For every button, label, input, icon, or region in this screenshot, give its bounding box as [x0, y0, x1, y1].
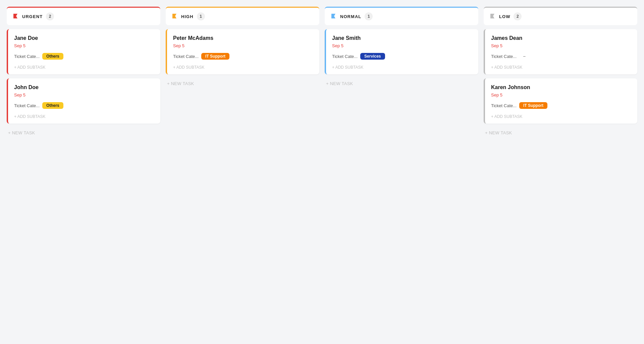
task-category-label: Ticket Cate...: [332, 54, 358, 59]
flag-icon-normal: [331, 13, 337, 20]
svg-marker-2: [331, 14, 335, 18]
column-urgent: URGENT2Jane DoeSep 5Ticket Cate...Others…: [7, 7, 160, 138]
task-card-normal-0[interactable]: Jane SmithSep 5Ticket Cate...Services+ A…: [325, 29, 478, 74]
column-high: HIGH1Peter McAdamsSep 5Ticket Cate...IT …: [166, 7, 319, 138]
task-badge[interactable]: IT Support: [201, 53, 229, 60]
task-category-row: Ticket Cate...Services: [332, 53, 472, 60]
task-badge[interactable]: IT Support: [519, 102, 547, 109]
task-name: Jane Smith: [332, 35, 472, 41]
column-count-high: 1: [197, 12, 205, 20]
task-category-label: Ticket Cate...: [173, 54, 199, 59]
task-category-row: Ticket Cate...Others: [14, 53, 154, 60]
new-task-button-low[interactable]: + NEW TASK: [484, 128, 637, 138]
flag-icon-high: [172, 13, 178, 20]
task-name: James Dean: [491, 35, 631, 41]
column-header-high: HIGH1: [166, 7, 319, 25]
add-subtask-button[interactable]: + ADD SUBTASK: [173, 64, 313, 70]
task-card-urgent-0[interactable]: Jane DoeSep 5Ticket Cate...Others+ ADD S…: [7, 29, 160, 74]
task-date: Sep 5: [491, 92, 631, 97]
task-date: Sep 5: [14, 92, 154, 97]
column-normal: NORMAL1Jane SmithSep 5Ticket Cate...Serv…: [325, 7, 478, 138]
column-header-low: LOW2: [484, 7, 637, 25]
svg-marker-0: [13, 14, 17, 18]
new-task-button-urgent[interactable]: + NEW TASK: [7, 128, 160, 138]
task-category-row: Ticket Cate...IT Support: [491, 102, 631, 109]
column-title-high: HIGH: [181, 14, 194, 19]
svg-marker-3: [490, 14, 494, 18]
task-name: Karen Johnson: [491, 84, 631, 90]
task-card-low-1[interactable]: Karen JohnsonSep 5Ticket Cate...IT Suppo…: [484, 78, 637, 124]
task-category-row: Ticket Cate...–: [491, 53, 631, 60]
kanban-board: URGENT2Jane DoeSep 5Ticket Cate...Others…: [7, 7, 637, 138]
task-card-high-0[interactable]: Peter McAdamsSep 5Ticket Cate...IT Suppo…: [166, 29, 319, 74]
add-subtask-button[interactable]: + ADD SUBTASK: [491, 64, 631, 70]
task-card-urgent-1[interactable]: John DoeSep 5Ticket Cate...Others+ ADD S…: [7, 78, 160, 124]
task-category-label: Ticket Cate...: [491, 103, 517, 108]
add-subtask-button[interactable]: + ADD SUBTASK: [14, 64, 154, 70]
task-category-row: Ticket Cate...IT Support: [173, 53, 313, 60]
column-title-low: LOW: [499, 14, 510, 19]
task-name: Jane Doe: [14, 35, 154, 41]
task-date: Sep 5: [14, 43, 154, 48]
task-badge[interactable]: Services: [360, 53, 385, 60]
column-header-normal: NORMAL1: [325, 7, 478, 25]
flag-icon-urgent: [13, 13, 19, 20]
column-title-normal: NORMAL: [340, 14, 361, 19]
add-subtask-button[interactable]: + ADD SUBTASK: [332, 64, 472, 70]
add-subtask-button[interactable]: + ADD SUBTASK: [14, 113, 154, 119]
task-date: Sep 5: [332, 43, 472, 48]
new-task-button-high[interactable]: + NEW TASK: [166, 78, 319, 89]
flag-icon-low: [490, 13, 496, 20]
task-badge[interactable]: –: [519, 53, 530, 60]
task-name: Peter McAdams: [173, 35, 313, 41]
task-name: John Doe: [14, 84, 154, 90]
task-badge[interactable]: Others: [42, 53, 63, 60]
task-badge[interactable]: Others: [42, 102, 63, 109]
task-category-label: Ticket Cate...: [14, 103, 40, 108]
column-header-urgent: URGENT2: [7, 7, 160, 25]
column-title-urgent: URGENT: [22, 14, 43, 19]
column-count-low: 2: [514, 12, 522, 20]
column-count-urgent: 2: [46, 12, 54, 20]
task-category-label: Ticket Cate...: [491, 54, 517, 59]
task-category-label: Ticket Cate...: [14, 54, 40, 59]
task-card-low-0[interactable]: James DeanSep 5Ticket Cate...–+ ADD SUBT…: [484, 29, 637, 74]
task-date: Sep 5: [491, 43, 631, 48]
task-date: Sep 5: [173, 43, 313, 48]
add-subtask-button[interactable]: + ADD SUBTASK: [491, 113, 631, 119]
task-category-row: Ticket Cate...Others: [14, 102, 154, 109]
column-count-normal: 1: [365, 12, 373, 20]
column-low: LOW2James DeanSep 5Ticket Cate...–+ ADD …: [484, 7, 637, 138]
new-task-button-normal[interactable]: + NEW TASK: [325, 78, 478, 89]
svg-marker-1: [172, 14, 176, 18]
